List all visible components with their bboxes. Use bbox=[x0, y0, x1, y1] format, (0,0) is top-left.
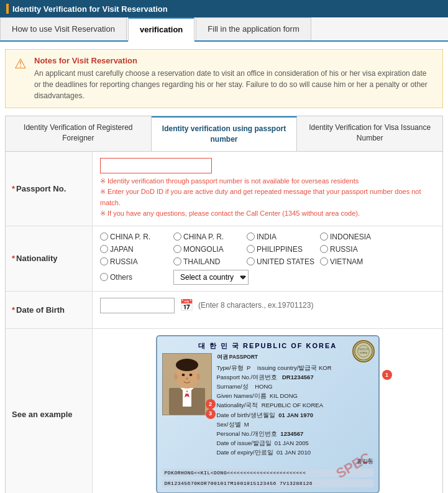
dob-input[interactable] bbox=[100, 298, 175, 313]
svg-point-6 bbox=[174, 374, 178, 380]
page-title: Identity Verification for Visit Reservat… bbox=[12, 4, 168, 14]
others-row: Others Select a country ▼ bbox=[100, 270, 435, 285]
example-row: See an example 대 한 민 국 REPUBLIC OF KOREA bbox=[6, 329, 442, 493]
radio-vietnam[interactable]: VIETNAM bbox=[320, 257, 388, 266]
page-header: Identity Verification for Visit Reservat… bbox=[0, 0, 448, 17]
notice-content: Notes for Visit Reservation An applicant… bbox=[34, 56, 434, 101]
dob-input-row: 📅 (Enter 8 characters., ex.19701123) bbox=[100, 298, 435, 313]
passport-body: 여권 PASSPORT Type/유형 P Issuing country/발급… bbox=[162, 353, 373, 466]
dob-row: * Date of Birth 📅 (Enter 8 characters., … bbox=[6, 292, 442, 329]
passport-photo bbox=[162, 353, 212, 415]
radio-mongolia[interactable]: MONGOLIA bbox=[173, 245, 242, 254]
radio-china1[interactable]: CHINA P. R. bbox=[100, 233, 168, 241]
radio-japan[interactable]: JAPAN bbox=[100, 245, 168, 254]
svg-point-5 bbox=[176, 359, 198, 371]
nationality-content: CHINA P. R. CHINA P. R. INDIA INDONESIA … bbox=[93, 226, 442, 291]
nationality-row-1: CHINA P. R. CHINA P. R. INDIA INDONESIA bbox=[100, 233, 435, 241]
passport-input[interactable] bbox=[100, 158, 212, 173]
header-accent-icon bbox=[6, 4, 9, 14]
form-section: * Passport No. ※ Identity verification t… bbox=[5, 152, 443, 493]
radio-china2[interactable]: CHINA P. R. bbox=[173, 233, 242, 241]
svg-point-10 bbox=[186, 377, 188, 379]
radio-india[interactable]: INDIA bbox=[247, 233, 315, 241]
country-select[interactable]: Select a country bbox=[173, 270, 249, 285]
tab-fill-form[interactable]: Fill in the application form bbox=[196, 17, 311, 40]
tab-how-to-use[interactable]: How to use Visit Reservation bbox=[0, 17, 127, 40]
passport-mock: 대 한 민 국 REPUBLIC OF KOREA bbox=[156, 335, 380, 493]
radio-others[interactable]: Others bbox=[100, 273, 168, 282]
radio-indonesia[interactable]: INDONESIA bbox=[320, 233, 388, 241]
passport-notes: ※ Identity verification through passport… bbox=[100, 176, 435, 219]
mrz-line-1: PDKORHONG<<KIL<DONG<<<<<<<<<<<<<<<<<<<<<… bbox=[162, 469, 373, 477]
passport-row: * Passport No. ※ Identity verification t… bbox=[6, 152, 442, 226]
passport-title: 대 한 민 국 REPUBLIC OF KOREA bbox=[162, 341, 373, 351]
warning-icon: ⚠ bbox=[14, 56, 27, 72]
radio-russia1[interactable]: RUSSIA bbox=[320, 245, 388, 254]
passport-label: * Passport No. bbox=[6, 152, 93, 226]
notice-box: ⚠ Notes for Visit Reservation An applica… bbox=[5, 49, 443, 108]
notice-title: Notes for Visit Reservation bbox=[34, 56, 434, 65]
radio-us[interactable]: UNITED STATES bbox=[247, 257, 315, 266]
tab-verification[interactable]: verification bbox=[128, 17, 194, 42]
svg-text:KOREA: KOREA bbox=[360, 352, 367, 354]
nationality-label: * Nationality bbox=[6, 226, 93, 291]
dob-content: 📅 (Enter 8 characters., ex.19701123) bbox=[93, 292, 442, 328]
nationality-grid: CHINA P. R. CHINA P. R. INDIA INDONESIA … bbox=[100, 233, 435, 285]
mrz-line-2: DR12345670KOR7001017M1001015123456 7V132… bbox=[162, 479, 373, 487]
nationality-row: * Nationality CHINA P. R. CHINA P. R. IN… bbox=[6, 226, 442, 292]
subtabs: Identity Verification of Registered Fore… bbox=[5, 116, 443, 152]
radio-philippines[interactable]: PHILIPPINES bbox=[247, 245, 315, 254]
subtab-registered-foreigner[interactable]: Identity Verification of Registered Fore… bbox=[6, 116, 152, 151]
svg-point-9 bbox=[189, 374, 192, 376]
dob-label: * Date of Birth bbox=[6, 292, 93, 328]
person-silhouette-icon bbox=[163, 354, 211, 415]
svg-text:대한민국: 대한민국 bbox=[359, 348, 368, 351]
passport-data-fields: 여권 PASSPORT Type/유형 P Issuing country/발급… bbox=[217, 353, 373, 466]
main-tabs: How to use Visit Reservation verificatio… bbox=[0, 17, 448, 42]
notice-text: An applicant must carefully choose a res… bbox=[34, 68, 434, 101]
subtab-passport-number[interactable]: Identity verification using passport num… bbox=[152, 116, 298, 151]
subtab-visa-issuance[interactable]: Identity Verification for Visa Issuance … bbox=[297, 116, 442, 151]
radio-russia2[interactable]: RUSSIA bbox=[100, 257, 168, 266]
svg-point-8 bbox=[181, 374, 185, 376]
example-label: See an example bbox=[6, 329, 93, 493]
dob-hint: (Enter 8 characters., ex.19701123) bbox=[198, 301, 313, 310]
radio-thailand[interactable]: THAILAND bbox=[173, 257, 242, 266]
passport-content: ※ Identity verification through passport… bbox=[93, 152, 442, 226]
svg-point-7 bbox=[196, 374, 200, 380]
calendar-icon[interactable]: 📅 bbox=[180, 298, 193, 312]
nationality-row-2: JAPAN MONGOLIA PHILIPPINES RUSSIA bbox=[100, 245, 435, 254]
passport-example-wrapper: 대 한 민 국 REPUBLIC OF KOREA bbox=[100, 335, 435, 493]
example-content: 대 한 민 국 REPUBLIC OF KOREA bbox=[93, 329, 442, 493]
nationality-row-3: RUSSIA THAILAND UNITED STATES VIETNAM bbox=[100, 257, 435, 266]
passport-seal-icon: 대한민국 KOREA bbox=[352, 340, 375, 362]
